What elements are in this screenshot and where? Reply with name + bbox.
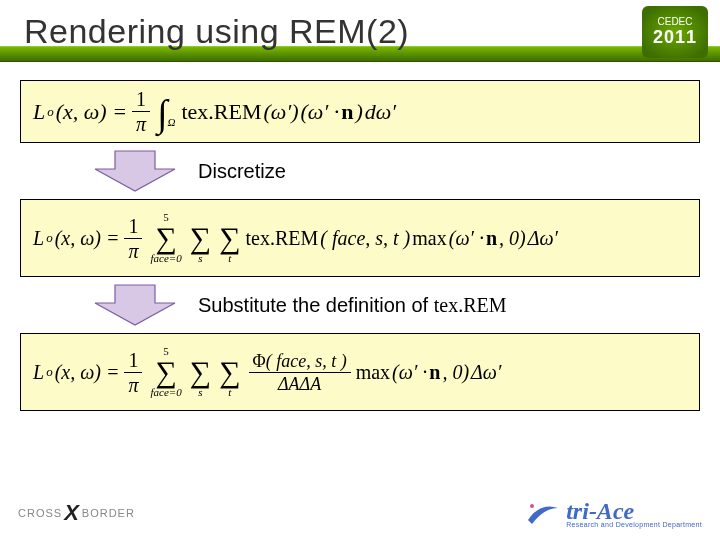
tri-ace-logo: tri-Ace Research and Development Departm… (526, 498, 702, 528)
arrow-row-2: Substitute the definition of tex.REM (90, 283, 700, 327)
slide-header: Rendering using REM(2) CEDEC 2011 (0, 0, 720, 62)
down-arrow-icon (90, 283, 180, 327)
badge-label: CEDEC (657, 16, 692, 27)
cross-border-logo: CROSS X BORDER (18, 500, 135, 526)
equation-3: Lo (x, ω) = 1 π 5∑face=0 ∑s ∑t Φ( face, … (33, 346, 501, 398)
badge-year: 2011 (653, 27, 697, 48)
equation-box-1: Lo (x, ω) = 1 π ∫Ω tex.REM (ω′) (ω′ · n)… (20, 80, 700, 143)
slide-content: Lo (x, ω) = 1 π ∫Ω tex.REM (ω′) (ω′ · n)… (0, 62, 720, 411)
page-title: Rendering using REM(2) (24, 12, 409, 51)
equation-box-3: Lo (x, ω) = 1 π 5∑face=0 ∑s ∑t Φ( face, … (20, 333, 700, 411)
arrow-label-substitute: Substitute the definition of tex.REM (198, 294, 507, 317)
swoosh-icon (526, 498, 560, 528)
svg-point-0 (530, 504, 534, 508)
equation-2: Lo (x, ω) = 1 π 5∑face=0 ∑s ∑t tex.REM( … (33, 212, 558, 264)
equation-1: Lo (x, ω) = 1 π ∫Ω tex.REM (ω′) (ω′ · n)… (33, 89, 396, 134)
slide-footer: CROSS X BORDER tri-Ace Research and Deve… (0, 492, 720, 534)
cedec-badge: CEDEC 2011 (642, 6, 708, 58)
equation-box-2: Lo (x, ω) = 1 π 5∑face=0 ∑s ∑t tex.REM( … (20, 199, 700, 277)
arrow-label-discretize: Discretize (198, 160, 286, 183)
tri-ace-subtitle: Research and Development Department (566, 521, 702, 528)
x-icon: X (64, 500, 80, 526)
down-arrow-icon (90, 149, 180, 193)
arrow-row-1: Discretize (90, 149, 700, 193)
